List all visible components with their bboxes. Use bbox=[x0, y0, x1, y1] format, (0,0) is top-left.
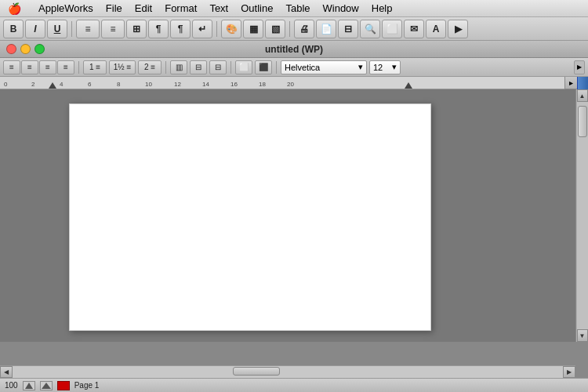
toolbar-separator-2 bbox=[216, 21, 217, 37]
ruler-mark-0: 0 bbox=[4, 81, 7, 88]
menu-outline[interactable]: Outline bbox=[234, 1, 279, 16]
zoom-out-button[interactable] bbox=[23, 381, 35, 390]
menu-window[interactable]: Window bbox=[317, 1, 365, 16]
font-dropdown-icon: ▾ bbox=[358, 62, 363, 72]
italic-button[interactable]: I bbox=[25, 20, 45, 38]
document-window: untitled (WP) ≡ ≡ ≡ ≡ 1 ≡ 1½ ≡ 2 ≡ ▥ ⊟ ⊟… bbox=[0, 41, 588, 392]
menu-table[interactable]: Table bbox=[279, 1, 316, 16]
format-scroll-right[interactable]: ▶ bbox=[574, 60, 585, 74]
scroll-indicator bbox=[577, 77, 588, 89]
size-dropdown-icon: ▾ bbox=[392, 62, 397, 72]
column3-button[interactable]: ⊟ bbox=[209, 60, 227, 74]
bold-button[interactable]: B bbox=[3, 20, 24, 38]
page-view-button[interactable]: 📄 bbox=[316, 20, 336, 38]
font-name: Helvetica bbox=[285, 63, 320, 72]
align-left-button[interactable]: ≡ bbox=[3, 60, 20, 74]
menubar: 🍎 AppleWorks File Edit Format Text Outli… bbox=[0, 0, 588, 17]
pattern-button[interactable]: ▧ bbox=[265, 20, 285, 38]
line-spacing-15-button[interactable]: 1½ ≡ bbox=[109, 60, 136, 74]
mail-button[interactable]: ✉ bbox=[404, 20, 424, 38]
mountain-large-icon bbox=[42, 383, 51, 389]
scroll-track bbox=[577, 102, 588, 329]
hscroll-thumb[interactable] bbox=[233, 367, 280, 376]
window-controls bbox=[6, 44, 45, 54]
line-spacing-1-button[interactable]: 1 ≡ bbox=[83, 60, 107, 74]
ruler-scroll-button[interactable]: ▸ bbox=[564, 77, 577, 89]
menu-text[interactable]: Text bbox=[203, 1, 234, 16]
border-button[interactable]: ⬜ bbox=[235, 60, 252, 74]
scroll-right-button[interactable]: ▶ bbox=[563, 366, 575, 378]
menu-format[interactable]: Format bbox=[158, 1, 203, 16]
fmt-sep-3 bbox=[230, 61, 231, 74]
format-bar: ≡ ≡ ≡ ≡ 1 ≡ 1½ ≡ 2 ≡ ▥ ⊟ ⊟ ⬜ ⬛ Helvetica… bbox=[0, 58, 588, 77]
close-button[interactable] bbox=[6, 44, 16, 54]
zoom-in-button[interactable] bbox=[40, 381, 53, 390]
ruler: 0 2 4 6 8 10 12 14 16 18 20 bbox=[0, 77, 564, 89]
ruler-mark-6: 6 bbox=[88, 81, 91, 88]
align-center-button[interactable]: ≡ bbox=[21, 60, 38, 74]
mountain-small-icon bbox=[25, 383, 33, 389]
menu-appleworks[interactable]: AppleWorks bbox=[32, 1, 100, 16]
indent-marker-left[interactable] bbox=[49, 82, 56, 89]
border2-button[interactable]: ⬛ bbox=[255, 60, 272, 74]
menu-edit[interactable]: Edit bbox=[129, 1, 158, 16]
menu-help[interactable]: Help bbox=[365, 1, 399, 16]
window-title: untitled (WP) bbox=[265, 44, 323, 55]
styles-button[interactable]: A bbox=[426, 20, 446, 38]
table-button[interactable]: ⊞ bbox=[126, 20, 147, 38]
maximize-button[interactable] bbox=[34, 44, 45, 54]
ruler-mark-8: 8 bbox=[117, 81, 120, 88]
list-numbers-button[interactable]: ≡ bbox=[101, 20, 125, 38]
scroll-down-button[interactable]: ▼ bbox=[577, 329, 588, 342]
macros-button[interactable]: ⬜ bbox=[382, 20, 402, 38]
page-indicator: Page 1 bbox=[74, 381, 100, 390]
fmt-sep-2 bbox=[165, 61, 166, 74]
gradient-button[interactable]: ▦ bbox=[243, 20, 263, 38]
fmt-sep-4 bbox=[276, 61, 277, 74]
ruler-mark-14: 14 bbox=[202, 81, 209, 88]
extra-button[interactable]: ▶ bbox=[448, 20, 468, 38]
horizontal-scrollbar: ◀ ▶ bbox=[0, 365, 575, 378]
size-selector[interactable]: 12 ▾ bbox=[369, 60, 401, 74]
minimize-button[interactable] bbox=[20, 44, 31, 54]
line-spacing-2-button[interactable]: 2 ≡ bbox=[138, 60, 162, 74]
fmt-sep-1 bbox=[78, 61, 79, 74]
zoom-level: 100 bbox=[5, 381, 18, 390]
paragraph-button[interactable]: ¶ bbox=[148, 20, 169, 38]
document-area: ▲ ▼ bbox=[0, 89, 588, 342]
scroll-up-button[interactable]: ▲ bbox=[577, 89, 588, 102]
color-button[interactable]: 🎨 bbox=[221, 20, 241, 38]
column-button[interactable]: ▥ bbox=[170, 60, 187, 74]
toolbar-separator-3 bbox=[289, 21, 290, 37]
scroll-left-button[interactable]: ◀ bbox=[0, 366, 13, 378]
ruler-mark-12: 12 bbox=[174, 81, 181, 88]
layout-button[interactable]: ⊟ bbox=[338, 20, 358, 38]
column2-button[interactable]: ⊟ bbox=[190, 60, 207, 74]
toolbar: B I U ≡ ≡ ⊞ ¶ ¶ ↵ 🎨 ▦ ▧ 🖨 📄 ⊟ 🔍 ⬜ ✉ A ▶ bbox=[0, 17, 588, 41]
print-button[interactable]: 🖨 bbox=[294, 20, 314, 38]
svg-marker-0 bbox=[25, 383, 33, 389]
apple-menu[interactable]: 🍎 bbox=[3, 2, 26, 15]
menu-file[interactable]: File bbox=[100, 1, 129, 16]
ruler-mark-18: 18 bbox=[259, 81, 266, 88]
align-justify-button[interactable]: ≡ bbox=[57, 60, 74, 74]
hscroll-track bbox=[13, 366, 563, 378]
align-right-button[interactable]: ≡ bbox=[39, 60, 56, 74]
ruler-mark-10: 10 bbox=[145, 81, 152, 88]
font-size: 12 bbox=[373, 63, 383, 72]
list-bullets-button[interactable]: ≡ bbox=[76, 20, 100, 38]
insert-break-button[interactable]: ↵ bbox=[192, 20, 212, 38]
align-group: ≡ ≡ ≡ ≡ bbox=[3, 60, 74, 74]
toolbar-separator-1 bbox=[71, 21, 72, 37]
indent-marker-right[interactable] bbox=[405, 82, 412, 89]
font-selector[interactable]: Helvetica ▾ bbox=[281, 60, 367, 74]
zoom-button[interactable]: 🔍 bbox=[360, 20, 380, 38]
ruler-mark-4: 4 bbox=[60, 81, 63, 88]
document-page[interactable] bbox=[69, 103, 431, 331]
ruler-row: 0 2 4 6 8 10 12 14 16 18 20 ▸ bbox=[0, 77, 588, 89]
scroll-thumb[interactable] bbox=[578, 106, 587, 137]
ruler-mark-16: 16 bbox=[230, 81, 238, 88]
ruler-mark-20: 20 bbox=[287, 81, 294, 88]
paragraph2-button[interactable]: ¶ bbox=[170, 20, 191, 38]
underline-button[interactable]: U bbox=[47, 20, 67, 38]
